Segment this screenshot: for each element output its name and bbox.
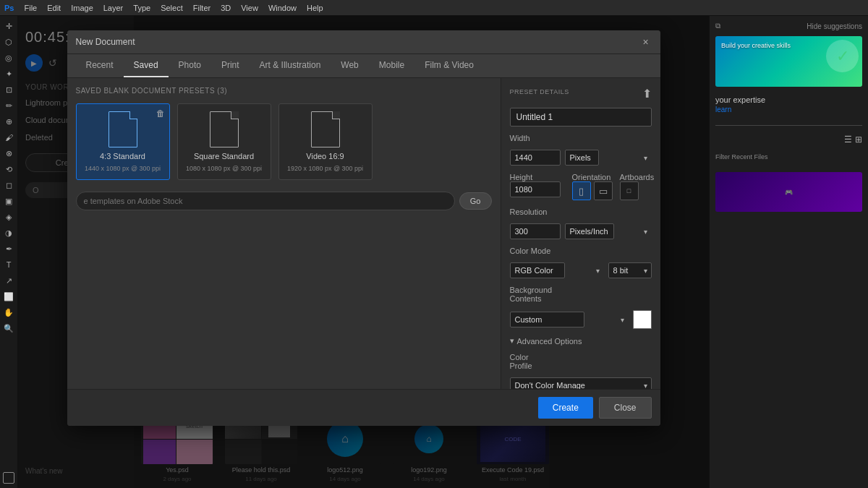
menu-file[interactable]: File (24, 4, 37, 12)
menu-type[interactable]: Type (133, 4, 150, 12)
foreground-color[interactable] (3, 472, 14, 484)
preset-icon-square (203, 111, 246, 147)
preset-dims-169: 1920 x 1080 px @ 300 ppi (287, 165, 363, 172)
list-view-button[interactable]: ☰ (844, 134, 852, 145)
resolution-label: Resolution (510, 207, 553, 216)
artboards-label: Artboards (620, 173, 660, 181)
hand-tool[interactable]: ✋ (1, 305, 16, 320)
heal-tool[interactable]: ⊕ (1, 114, 16, 129)
brush-tool[interactable]: 🖌 (1, 130, 16, 145)
menu-layer[interactable]: Layer (103, 4, 124, 12)
tab-print[interactable]: Print (211, 54, 250, 77)
width-unit-select[interactable]: Pixels Inches cm (565, 150, 599, 166)
bg-contents-select[interactable]: Custom White Background Color Transparen… (510, 312, 584, 328)
right-divider (715, 125, 862, 126)
color-mode-wrapper: RGB Color CMYK Color Grayscale (510, 262, 604, 278)
clone-tool[interactable]: ⊗ (1, 146, 16, 160)
tab-film[interactable]: Film & Video (414, 54, 484, 77)
menu-filter[interactable]: Filter (193, 4, 210, 12)
learn-link[interactable]: learn (715, 106, 862, 114)
filter-recent-files[interactable]: Filter Recent Files (715, 153, 862, 160)
tab-photo[interactable]: Photo (169, 54, 211, 77)
gradient-tool[interactable]: ▣ (1, 194, 16, 208)
preset-card-43[interactable]: 🗑 4:3 Standard 1440 x 1080 px @ 300 ppi (76, 103, 170, 180)
blur-tool[interactable]: ◈ (1, 210, 16, 224)
landscape-button[interactable]: ▭ (594, 181, 613, 200)
menu-select[interactable]: Select (161, 4, 183, 12)
dodge-tool[interactable]: ◑ (1, 226, 16, 240)
ps-logo[interactable]: Ps (4, 4, 14, 12)
crop-tool[interactable]: ⊡ (1, 82, 16, 97)
type-tool[interactable]: T (1, 257, 16, 272)
ps-layers-icon: ⧉ (715, 22, 720, 30)
promo-banner[interactable]: ✓ Build your creative skills (715, 36, 862, 87)
dialog-title: New Document (76, 37, 135, 47)
menu-bar: Ps File Edit Image Layer Type Select Fil… (0, 0, 868, 16)
tab-recent[interactable]: Recent (76, 54, 124, 77)
preset-card-169[interactable]: 🗑 Video 16:9 1920 x 1080 px @ 300 ppi (278, 103, 373, 180)
color-depth-select[interactable]: 8 bit 16 bit 32 bit (608, 262, 652, 278)
history-tool[interactable]: ⟲ (1, 162, 16, 176)
bg-contents-wrapper: Custom White Background Color Transparen… (510, 312, 629, 328)
save-preset-icon[interactable]: ⬆ (642, 87, 652, 100)
resolution-row: Pixels/Inch Pixels/cm (510, 223, 652, 239)
tab-saved[interactable]: Saved (124, 54, 169, 77)
height-input[interactable] (510, 181, 561, 197)
menu-window[interactable]: Window (268, 4, 297, 12)
bg-color-swatch[interactable] (633, 310, 652, 329)
template-search-input[interactable] (76, 192, 455, 210)
preset-card-square[interactable]: 🗑 Square Standard 1080 x 1080 px @ 300 p… (177, 103, 271, 180)
menu-edit[interactable]: Edit (47, 4, 61, 12)
tab-art[interactable]: Art & Illustration (250, 54, 331, 77)
color-profile-select[interactable]: Don't Color Manage sRGB Adobe RGB (510, 377, 652, 389)
hide-suggestions-link[interactable]: Hide suggestions (807, 22, 862, 30)
width-row: Pixels Inches cm (510, 150, 652, 166)
details-panel: PRESET DETAILS ⬆ Untitled 1 Width (501, 78, 660, 389)
width-input[interactable] (510, 150, 561, 166)
marquee-tool[interactable]: ⬡ (1, 35, 16, 49)
color-profile-label: Color Profile (510, 353, 553, 370)
eyedropper-tool[interactable]: ✏ (1, 98, 16, 113)
game-thumbnail[interactable]: 🎮 (715, 172, 862, 212)
menu-help[interactable]: Help (307, 4, 323, 12)
height-label: Height (510, 173, 553, 181)
tab-web[interactable]: Web (331, 54, 368, 77)
menu-image[interactable]: Image (71, 4, 93, 12)
color-mode-row: RGB Color CMYK Color Grayscale 8 bit 16 … (510, 262, 652, 278)
resolution-unit-select[interactable]: Pixels/Inch Pixels/cm (565, 223, 614, 239)
close-button[interactable]: Close (599, 397, 652, 419)
doc-shape-169 (311, 111, 340, 147)
magic-wand-tool[interactable]: ✦ (1, 67, 16, 81)
bg-contents-label: Background Contents (510, 286, 553, 303)
grid-view-button[interactable]: ⊞ (855, 134, 862, 145)
menu-view[interactable]: View (241, 4, 258, 12)
pen-tool[interactable]: ✒ (1, 241, 16, 256)
doc-shape-square (210, 111, 239, 147)
dialog-close-button[interactable]: × (640, 36, 652, 48)
zoom-tool[interactable]: 🔍 (1, 321, 16, 335)
artboards-button[interactable]: □ (620, 181, 639, 200)
right-sidebar: ⧉ Hide suggestions ✓ Build your creative… (709, 16, 868, 488)
width-label: Width (510, 134, 553, 142)
lasso-tool[interactable]: ◎ (1, 51, 16, 65)
preset-name-43: 4:3 Standard (100, 152, 145, 160)
color-mode-select[interactable]: RGB Color CMYK Color Grayscale (510, 262, 565, 278)
doc-shape-43 (109, 111, 137, 147)
delete-preset-43[interactable]: 🗑 (156, 108, 165, 119)
path-tool[interactable]: ↗ (1, 273, 16, 288)
tab-mobile[interactable]: Mobile (369, 54, 414, 77)
move-tool[interactable]: ✛ (1, 19, 16, 33)
portrait-button[interactable]: ▯ (572, 181, 591, 200)
go-button[interactable]: Go (459, 192, 492, 210)
left-toolbar: ✛ ⬡ ◎ ✦ ⊡ ✏ ⊕ 🖌 ⊗ ⟲ ◻ ▣ ◈ ◑ ✒ T ↗ ⬜ ✋ 🔍 (0, 16, 18, 488)
advanced-options-toggle[interactable]: ▾ Advanced Options (510, 336, 652, 346)
eraser-tool[interactable]: ◻ (1, 178, 16, 192)
preset-icon-169 (304, 111, 347, 147)
create-button[interactable]: Create (538, 397, 593, 419)
dialog-overlay: New Document × Recent Saved Photo Print … (18, 16, 709, 488)
preset-name-field[interactable]: Untitled 1 (510, 108, 652, 127)
resolution-input[interactable] (510, 223, 561, 239)
section-header: SAVED BLANK DOCUMENT PRESETS (3) (76, 87, 492, 95)
menu-3d[interactable]: 3D (221, 4, 231, 12)
shape-tool[interactable]: ⬜ (1, 289, 16, 304)
